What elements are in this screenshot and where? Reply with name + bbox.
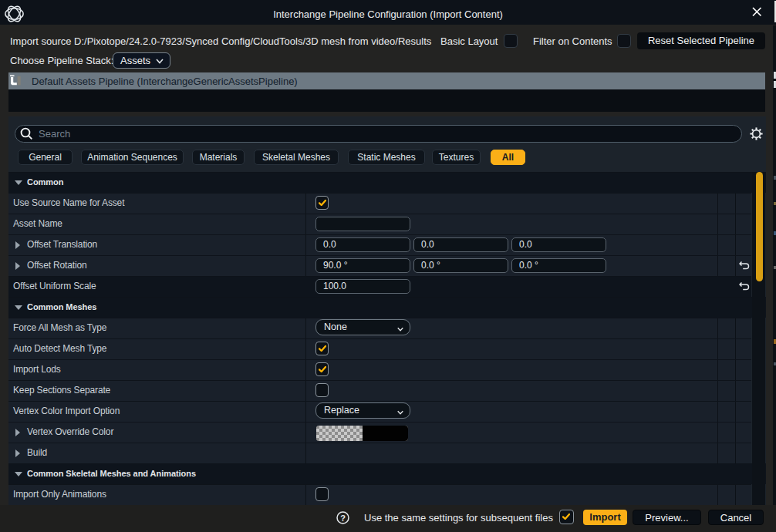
svg-text:?: ? <box>340 513 346 523</box>
